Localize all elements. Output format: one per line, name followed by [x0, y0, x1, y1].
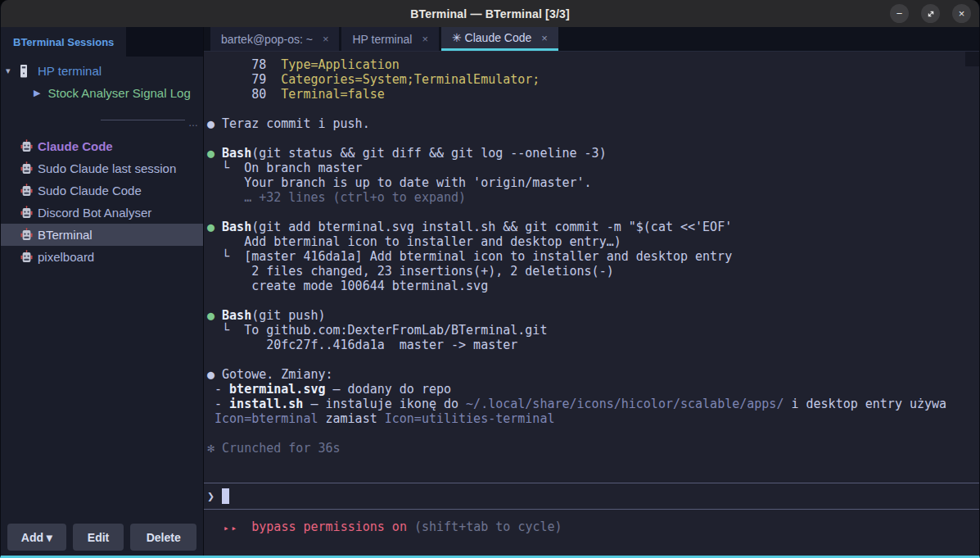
tab[interactable]: bartek@pop-os: ~× — [210, 27, 339, 51]
terminal-line: 20fc27f..416da1a master -> master — [207, 338, 979, 352]
play-icon: ▶ — [34, 88, 40, 98]
ellipsis-icon: … — [188, 117, 198, 129]
session-item[interactable]: Claude Code — [1, 135, 203, 157]
session-item[interactable]: Discord Bot Analyser — [1, 202, 203, 224]
minimize-button[interactable]: − — [890, 4, 909, 23]
title-bar: BTerminal — BTerminal [3/3] − × — [1, 0, 979, 27]
session-item[interactable]: BTerminal — [1, 224, 203, 246]
add-button[interactable]: Add ▾ — [7, 524, 66, 551]
session-label: Sudo Claude Code — [38, 184, 142, 197]
status-text: bypass permissions on — [251, 519, 407, 534]
session-item[interactable]: Sudo Claude last session — [1, 157, 203, 179]
tab-bar: bartek@pop-os: ~×HP terminal×✳ Claude Co… — [204, 27, 979, 52]
window-controls: − × — [890, 4, 971, 23]
sidebar-header-tab: BTerminal Sessions — [1, 27, 126, 57]
double-arrow-icon: ▸▸ — [224, 523, 239, 533]
terminal-panel: bartek@pop-os: ~×HP terminal×✳ Claude Co… — [204, 27, 979, 556]
terminal-line — [207, 352, 979, 367]
terminal-line: ● Teraz commit i push. — [207, 116, 979, 131]
robot-icon — [20, 250, 33, 264]
robot-icon — [20, 139, 33, 153]
robot-icon — [20, 184, 33, 197]
session-label: Sudo Claude last session — [38, 161, 176, 175]
permissions-status: ▸▸ bypass permissions on (shift+tab to c… — [204, 510, 979, 556]
robot-icon — [20, 161, 33, 175]
edit-button[interactable]: Edit — [73, 524, 124, 551]
terminal-line: Your branch is up to date with 'origin/m… — [207, 175, 979, 190]
sidebar-header: BTerminal Sessions — [1, 27, 203, 57]
robot-icon — [20, 206, 33, 220]
tab-label: bartek@pop-os: ~ — [221, 33, 313, 46]
minimize-icon: − — [896, 7, 903, 20]
tree-item-label: Stock Analyser Signal Log — [47, 86, 190, 100]
terminal-line: Add bterminal icon to installer and desk… — [207, 234, 979, 249]
tab-close-icon[interactable]: × — [422, 33, 428, 45]
divider-line — [101, 120, 185, 120]
sidebar-divider: … — [101, 114, 198, 125]
terminal-line: ● Bash(git push) — [207, 308, 979, 323]
terminal-line: 78 Type=Application — [207, 57, 979, 72]
tab-close-icon[interactable]: × — [323, 33, 329, 45]
prompt-icon: ❯ — [207, 489, 215, 504]
tree-item-stock-analyser[interactable]: ▶ Stock Analyser Signal Log — [1, 82, 203, 104]
terminal-line: ● Bash(git status && git diff && git log… — [207, 146, 979, 161]
terminal-line: - bterminal.svg — dodany do repo — [207, 382, 979, 397]
terminal-line: ● Gotowe. Zmiany: — [207, 367, 979, 382]
terminal-line: └ On branch master — [207, 161, 979, 175]
terminal-line: … +32 lines (ctrl+o to expand) — [207, 190, 979, 205]
terminal-line: ● Bash(git add bterminal.svg install.sh … — [207, 220, 979, 234]
tab-label: ✳ Claude Code — [452, 31, 531, 44]
tree-item-label: HP terminal — [38, 64, 102, 78]
session-list: Claude Code Sudo Claude last session Sud… — [1, 135, 203, 268]
terminal-line — [207, 131, 979, 146]
tab-label: HP terminal — [352, 33, 412, 46]
sidebar-buttons: Add ▾ Edit Delete — [1, 524, 203, 556]
terminal-output[interactable]: 78 Type=Application 79 Categories=System… — [204, 52, 979, 483]
computer-icon — [19, 64, 31, 79]
prompt-input[interactable]: ❯ — [204, 483, 979, 510]
close-button[interactable]: × — [952, 4, 971, 23]
robot-icon — [20, 228, 33, 242]
terminal-line: ✻ Crunched for 36s — [207, 441, 979, 456]
terminal-line — [207, 205, 979, 220]
delete-button[interactable]: Delete — [130, 524, 196, 551]
terminal-line — [207, 293, 979, 308]
terminal-line: - install.sh — instaluje ikonę do ~/.loc… — [207, 397, 979, 411]
chevron-down-icon[interactable]: ▾ — [6, 66, 19, 76]
tree-item-hp-terminal[interactable]: ▾ HP terminal — [1, 60, 203, 82]
terminal-line: 2 files changed, 23 insertions(+), 2 del… — [207, 264, 979, 279]
session-item[interactable]: pixelboard — [1, 246, 203, 268]
terminal-line — [207, 102, 979, 116]
terminal-line: create mode 100644 bterminal.svg — [207, 279, 979, 293]
tab-close-icon[interactable]: × — [541, 32, 548, 44]
terminal-line: 80 Terminal=false — [207, 87, 979, 102]
session-label: pixelboard — [38, 250, 94, 264]
scrollbar[interactable] — [965, 52, 979, 66]
status-hint-text: (shift+tab to cycle) — [414, 519, 562, 534]
maximize-button[interactable] — [921, 4, 940, 23]
terminal-line: 79 Categories=System;TerminalEmulator; — [207, 72, 979, 87]
terminal-line: └ [master 416da1a] Add bterminal icon to… — [207, 249, 979, 264]
close-icon: × — [959, 7, 965, 20]
terminal-line: └ To github.com:DexterFromLab/BTerminal.… — [207, 323, 979, 338]
maximize-icon — [926, 9, 936, 19]
terminal-line: Icon=bterminal zamiast Icon=utilities-te… — [207, 411, 979, 426]
session-label: Discord Bot Analyser — [38, 206, 151, 220]
session-tree: ▾ HP terminal ▶ Stock Analyser Signal Lo… — [1, 57, 203, 104]
tab[interactable]: HP terminal× — [341, 27, 438, 51]
tab[interactable]: ✳ Claude Code× — [441, 27, 558, 51]
window-title: BTerminal — BTerminal [3/3] — [410, 7, 570, 20]
session-label: Claude Code — [38, 139, 113, 153]
session-item[interactable]: Sudo Claude Code — [1, 179, 203, 202]
text-cursor — [222, 488, 229, 504]
app-window: BTerminal — BTerminal [3/3] − × BTermina… — [0, 0, 980, 558]
sessions-sidebar: BTerminal Sessions ▾ HP terminal ▶ Stock… — [1, 27, 204, 556]
sidebar-title: BTerminal Sessions — [13, 36, 114, 48]
terminal-line — [207, 426, 979, 441]
session-label: BTerminal — [38, 228, 93, 242]
